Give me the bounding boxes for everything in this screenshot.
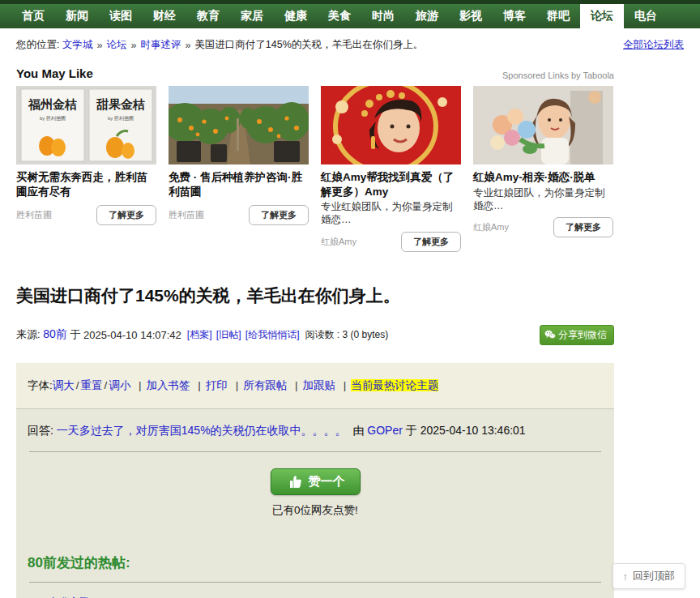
like-button[interactable]: 赞一个 <box>271 468 361 495</box>
breadcrumb: 您的位置: 文学城 » 论坛 » 时事述评 » 美国进口商付了145%的关税，羊… <box>0 28 700 60</box>
nav-item-movies[interactable]: 影视 <box>449 4 493 28</box>
ad-cta-button[interactable]: 了解更多 <box>249 205 309 225</box>
post-meta-row: 来源: 80前 于 2025-04-10 14:07:42 [档案] [旧帖] … <box>16 325 614 345</box>
ad-brand: 胜利苗圃 <box>169 209 204 221</box>
font-smaller-link[interactable]: 调小 <box>109 379 130 391</box>
svg-text:甜果金桔: 甜果金桔 <box>96 97 145 111</box>
svg-text:by 胜利苗圃: by 胜利苗圃 <box>108 115 134 122</box>
nav-item-photos[interactable]: 读图 <box>99 4 143 28</box>
nav-item-news[interactable]: 新闻 <box>55 4 99 28</box>
breadcrumb-link-wenxuecity[interactable]: 文学城 <box>62 38 93 52</box>
back-to-top-label: 回到顶部 <box>633 569 675 583</box>
source-label: 来源: <box>16 327 41 342</box>
back-to-top-button[interactable]: ↑ 回到顶部 <box>612 563 686 589</box>
ad-title[interactable]: 红娘Amy帮我找到真爱（了解更多）Amy <box>321 170 461 199</box>
post-body: 回答: 一天多过去了，对厉害国145%的关税仍在收取中。。。。 由 GOPer … <box>16 409 614 598</box>
archive-link[interactable]: [档案] <box>187 329 212 340</box>
reply-author-link[interactable]: GOPer <box>367 424 403 437</box>
divider <box>29 451 601 452</box>
taboola-attribution[interactable]: Sponsored Links by Taboola <box>502 70 614 80</box>
reply-line: 回答: 一天多过去了，对厉害国145%的关税仍在收取中。。。。 由 GOPer … <box>28 424 603 438</box>
bookmark-link[interactable]: 加入书签 <box>147 379 190 391</box>
nav-item-home-living[interactable]: 家居 <box>230 4 274 28</box>
ad-card-nursery-1[interactable]: 福州金桔 甜果金桔 by 胜利苗圃 by 胜利苗圃 买树无需东奔西走，胜利苗圃应… <box>16 86 156 252</box>
ad-image-bride[interactable] <box>321 86 461 164</box>
hot-posts-list: 嘛噶之歌 薩爾瓦多2000名囚犯轉押全流程，現場堪比人體蜈蚣，數千名特警嚴陣以待… <box>47 596 603 598</box>
post-toolbar: 字体:调大/重置/调小 |加入书签 |打印 |所有跟帖 |加跟贴 |当前最热讨论… <box>16 363 614 409</box>
reply-thread-link[interactable]: 一天多过去了，对厉害国145%的关税仍在收取中。。。。 <box>57 424 347 437</box>
date-prefix: 于 <box>70 327 80 342</box>
wechat-icon <box>544 330 556 340</box>
main-nav: 首页 新闻 读图 财经 教育 家居 健康 美食 时尚 旅游 影视 博客 群吧 论… <box>0 4 700 28</box>
page: 首页 新闻 读图 财经 教育 家居 健康 美食 时尚 旅游 影视 博客 群吧 论… <box>0 0 700 598</box>
divider <box>29 582 601 583</box>
ad-card-nursery-2[interactable]: 免费 · 售后种植养护咨询·胜利苗圃 胜利苗圃 了解更多 <box>169 86 309 252</box>
reply-datetime: 2025-04-10 13:46:01 <box>420 424 526 437</box>
ad-title[interactable]: 买树无需东奔西走，胜利苗圃应有尽有 <box>16 170 156 199</box>
add-reply-link[interactable]: 加跟贴 <box>302 379 335 391</box>
breadcrumb-current-page: 美国进口商付了145%的关税，羊毛出在你们身上。 <box>194 38 423 52</box>
nav-item-forum-active[interactable]: 论坛 <box>580 4 624 28</box>
share-wechat-label: 分享到微信 <box>558 328 607 342</box>
ad-cta-button[interactable]: 了解更多 <box>553 217 613 237</box>
ad-cta-button[interactable]: 了解更多 <box>96 205 156 225</box>
breadcrumb-link-forum[interactable]: 论坛 <box>106 38 126 52</box>
like-button-label: 赞一个 <box>309 474 345 489</box>
you-may-like-title: You May Like <box>16 66 93 80</box>
up-arrow-icon: ↑ <box>623 570 629 583</box>
private-message-link[interactable]: [给我悄悄话] <box>245 329 300 340</box>
ad-image-orchard[interactable] <box>169 86 309 164</box>
print-link[interactable]: 打印 <box>206 379 228 391</box>
post-datetime: 2025-04-10 14:07:42 <box>83 329 181 341</box>
nav-item-fashion[interactable]: 时尚 <box>361 4 405 28</box>
ad-image-balloon-flowers[interactable] <box>473 86 613 164</box>
author-link[interactable]: 80前 <box>43 327 67 342</box>
ad-description: 专业红娘团队，为你量身定制婚恋… <box>473 186 613 213</box>
like-count-text: 已有0位网友点赞! <box>28 503 603 518</box>
post-title: 美国进口商付了145%的关税，羊毛出在你们身上。 <box>16 284 614 307</box>
ad-description: 专业红娘团队，为你量身定制婚恋… <box>321 200 461 227</box>
ad-title[interactable]: 免费 · 售后种植养护咨询·胜利苗圃 <box>169 170 309 199</box>
svg-text:福州金桔: 福州金桔 <box>28 97 77 111</box>
ad-card-matchmaker-1[interactable]: 红娘Amy帮我找到真爱（了解更多）Amy 专业红娘团队，为你量身定制婚恋… 红娘… <box>321 86 461 252</box>
nav-item-health[interactable]: 健康 <box>274 4 318 28</box>
nav-item-home[interactable]: 首页 <box>11 4 55 28</box>
ad-title[interactable]: 红娘Amy-相亲·婚恋·脱单 <box>473 170 613 185</box>
ad-cards-row: 福州金桔 甜果金桔 by 胜利苗圃 by 胜利苗圃 买树无需东奔西走，胜利苗圃应… <box>16 86 614 252</box>
reply-at-label: 于 <box>406 424 417 437</box>
nav-item-travel[interactable]: 旅游 <box>405 4 449 28</box>
read-count: 阅读数 : 3 (0 bytes) <box>305 328 389 342</box>
share-wechat-button[interactable]: 分享到微信 <box>540 325 614 345</box>
nav-item-finance[interactable]: 财经 <box>143 4 186 28</box>
reply-label: 回答: <box>28 424 53 437</box>
breadcrumb-link-current-affairs[interactable]: 时事述评 <box>140 38 181 52</box>
thumbs-up-icon <box>286 474 302 489</box>
ad-brand: 胜利苗圃 <box>16 209 52 221</box>
ad-card-matchmaker-2[interactable]: 红娘Amy-相亲·婚恋·脱单 专业红娘团队，为你量身定制婚恋… 红娘Amy 了解… <box>473 86 613 252</box>
ad-cta-button[interactable]: 了解更多 <box>401 232 461 252</box>
font-larger-link[interactable]: 调大 <box>53 379 75 391</box>
nav-item-blog[interactable]: 博客 <box>493 4 536 28</box>
hot-posts-heading: 80前发过的热帖: <box>28 553 603 572</box>
nav-item-radio[interactable]: 电台 <box>624 4 668 28</box>
nav-item-food[interactable]: 美食 <box>318 4 361 28</box>
old-posts-link[interactable]: [旧帖] <box>216 329 241 340</box>
all-forums-link[interactable]: 全部论坛列表 <box>623 39 684 50</box>
list-item: 嘛噶之歌 <box>47 596 603 598</box>
breadcrumb-prefix: 您的位置: <box>16 38 59 52</box>
reply-by-label: 由 <box>352 424 364 437</box>
hot-topics-link[interactable]: 当前最热讨论主题 <box>351 379 438 391</box>
nav-item-groups[interactable]: 群吧 <box>536 4 580 28</box>
font-reset-link[interactable]: 重置 <box>81 379 103 391</box>
ad-image-kumquat-signs[interactable]: 福州金桔 甜果金桔 by 胜利苗圃 by 胜利苗圃 <box>16 86 156 164</box>
nav-item-education[interactable]: 教育 <box>186 4 230 28</box>
svg-text:by 胜利苗圃: by 胜利苗圃 <box>40 115 66 122</box>
ad-brand: 红娘Amy <box>473 221 509 233</box>
ad-brand: 红娘Amy <box>321 236 356 248</box>
font-label: 字体: <box>28 379 53 391</box>
all-replies-link[interactable]: 所有跟帖 <box>243 379 287 391</box>
